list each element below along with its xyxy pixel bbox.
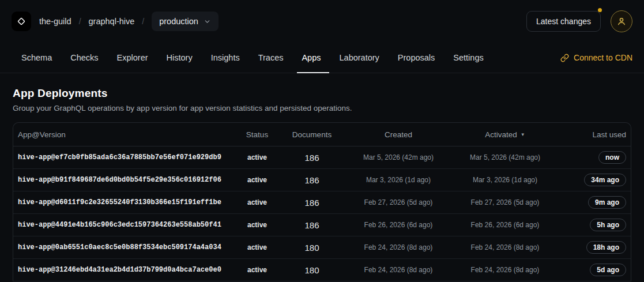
last-used-cell: 5h ago — [557, 219, 626, 231]
status-cell: active — [234, 198, 280, 206]
last-used-badge: 5h ago — [590, 219, 626, 231]
table-row[interactable]: hive-app@0ab6551c0aec8c5e0b88f3534ebc509… — [13, 236, 631, 259]
table-row[interactable]: hive-app@4491e4b165c906c3edc1597364263e5… — [13, 214, 631, 236]
table-row[interactable]: hive-app@ef7cb0fb85ada6c36a7885bb7e56ef0… — [13, 146, 631, 169]
tab-history[interactable]: History — [167, 43, 193, 73]
status-cell: active — [234, 176, 280, 184]
table-row[interactable]: hive-app@31246ebd4a31ea2b4d1d37b799d0a4b… — [13, 259, 631, 281]
last-used-badge: 18h ago — [586, 241, 626, 254]
created-cell: Feb 27, 2026 (5d ago) — [344, 198, 453, 206]
last-used-badge: 9m ago — [588, 196, 626, 209]
tab-checks[interactable]: Checks — [70, 43, 98, 73]
hive-logo[interactable] — [12, 12, 31, 31]
deployments-table: App@Version Status Documents Created Act… — [13, 122, 631, 281]
app-version-cell: hive-app@0ab6551c0aec8c5e0b88f3534ebc509… — [18, 243, 234, 251]
created-cell: Feb 26, 2026 (6d ago) — [344, 221, 453, 229]
app-version-cell: hive-app@d6011f9c2e32655240f3130b366e15f… — [18, 198, 234, 206]
status-cell: active — [234, 266, 280, 274]
documents-cell: 180 — [280, 243, 344, 253]
last-used-cell: 9m ago — [557, 196, 626, 209]
column-header-created: Created — [344, 130, 453, 139]
tab-traces[interactable]: Traces — [258, 43, 284, 73]
last-used-badge: 34m ago — [584, 174, 626, 186]
tab-laboratory[interactable]: Laboratory — [340, 43, 379, 73]
header-actions: Latest changes — [526, 10, 632, 32]
diamond-logo-icon — [16, 16, 27, 27]
created-cell: Feb 24, 2026 (8d ago) — [344, 243, 453, 251]
last-used-cell: now — [557, 151, 626, 164]
status-cell: active — [234, 221, 280, 229]
app-version-cell: hive-app@4491e4b165c906c3edc1597364263e5… — [18, 221, 234, 229]
last-used-badge: 5d ago — [590, 264, 626, 276]
tab-proposals[interactable]: Proposals — [398, 43, 435, 73]
table-header-row: App@Version Status Documents Created Act… — [13, 123, 631, 146]
last-used-badge: now — [598, 151, 626, 164]
created-cell: Mar 3, 2026 (1d ago) — [344, 176, 453, 184]
created-cell: Mar 5, 2026 (42m ago) — [344, 153, 453, 161]
last-used-cell: 5d ago — [557, 264, 626, 276]
column-header-activated[interactable]: Activated ▼ — [453, 130, 557, 139]
main-content: App Deployments Group your GraphQL opera… — [0, 73, 644, 281]
top-header: the-guild / graphql-hive / production La… — [0, 0, 644, 43]
documents-cell: 186 — [280, 220, 344, 230]
last-used-cell: 34m ago — [557, 174, 626, 186]
app-version-cell: hive-app@ef7cb0fb85ada6c36a7885bb7e56ef0… — [18, 153, 234, 161]
app-version-cell: hive-app@b91f849687de6d0bd0b54f5e29e356c… — [18, 176, 234, 184]
breadcrumb-separator: / — [142, 17, 144, 26]
column-header-last-used: Last used — [557, 130, 626, 139]
tab-settings[interactable]: Settings — [453, 43, 483, 73]
column-header-app-version: App@Version — [18, 130, 234, 139]
table-row[interactable]: hive-app@b91f849687de6d0bd0b54f5e29e356c… — [13, 169, 631, 191]
chevron-down-icon — [204, 18, 211, 25]
page-subtitle: Group your GraphQL operations by app ver… — [13, 104, 631, 112]
latest-changes-button[interactable]: Latest changes — [526, 11, 601, 32]
notification-dot — [598, 8, 602, 12]
target-selector[interactable]: production — [152, 12, 219, 31]
sort-descending-icon: ▼ — [521, 132, 525, 137]
breadcrumb-project[interactable]: graphql-hive — [89, 17, 135, 26]
tab-explorer[interactable]: Explorer — [117, 43, 148, 73]
column-header-activated-label: Activated — [485, 130, 517, 139]
last-used-cell: 18h ago — [557, 241, 626, 254]
activated-cell: Feb 24, 2026 (8d ago) — [453, 243, 557, 251]
link-icon — [560, 54, 569, 62]
activated-cell: Feb 27, 2026 (5d ago) — [453, 198, 557, 206]
tab-bar: Schema Checks Explorer History Insights … — [0, 43, 644, 73]
activated-cell: Mar 3, 2026 (1d ago) — [453, 176, 557, 184]
column-header-documents: Documents — [280, 130, 344, 139]
documents-cell: 186 — [280, 153, 344, 163]
tab-schema[interactable]: Schema — [21, 43, 52, 73]
page-title: App Deployments — [13, 87, 631, 100]
tab-apps[interactable]: Apps — [302, 43, 321, 73]
documents-cell: 180 — [280, 265, 344, 275]
documents-cell: 186 — [280, 198, 344, 208]
target-selector-value: production — [159, 17, 198, 26]
breadcrumb-org[interactable]: the-guild — [39, 17, 71, 26]
tab-insights[interactable]: Insights — [211, 43, 240, 73]
activated-cell: Feb 26, 2026 (6d ago) — [453, 221, 557, 229]
table-row[interactable]: hive-app@d6011f9c2e32655240f3130b366e15f… — [13, 191, 631, 214]
activated-cell: Mar 5, 2026 (42m ago) — [453, 153, 557, 161]
app-version-cell: hive-app@31246ebd4a31ea2b4d1d37b799d0a4b… — [18, 266, 234, 274]
user-icon — [616, 16, 627, 27]
created-cell: Feb 24, 2026 (8d ago) — [344, 266, 453, 274]
connect-cdn-link[interactable]: Connect to CDN — [560, 43, 632, 73]
status-cell: active — [234, 243, 280, 251]
user-avatar[interactable] — [611, 10, 632, 32]
documents-cell: 186 — [280, 175, 344, 185]
breadcrumb: the-guild / graphql-hive / production — [39, 12, 219, 31]
connect-cdn-label: Connect to CDN — [574, 53, 632, 62]
activated-cell: Feb 24, 2026 (8d ago) — [453, 266, 557, 274]
column-header-status: Status — [234, 130, 280, 139]
status-cell: active — [234, 153, 280, 161]
breadcrumb-separator: / — [79, 17, 81, 26]
